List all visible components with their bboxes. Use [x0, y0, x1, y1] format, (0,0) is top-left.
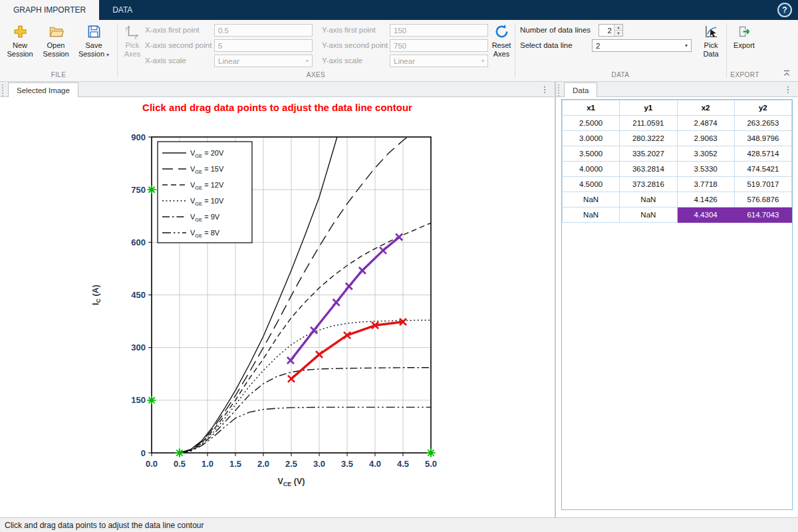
panel-grip-icon[interactable]	[558, 84, 559, 96]
table-cell[interactable]: 4.4304	[677, 207, 734, 223]
column-header[interactable]: x2	[677, 100, 734, 116]
open-session-label-2: Session	[43, 50, 68, 59]
table-cell[interactable]: NaN	[563, 192, 620, 207]
section-separator	[515, 23, 515, 78]
x-second-field[interactable]: 5	[214, 39, 313, 52]
export-label: Export	[733, 41, 755, 50]
spinner-up-icon[interactable]: ▲	[614, 25, 622, 30]
table-cell[interactable]: 3.5000	[563, 146, 620, 162]
data-table-container: x1y1x2y22.5000211.05912.4874263.26533.00…	[561, 99, 793, 510]
table-row: 2.5000211.05912.4874263.2653	[563, 116, 792, 131]
x-tick-label: 1.5	[229, 459, 241, 469]
data-panel-header: Data ⋮	[556, 82, 798, 97]
dropdown-caret-icon: ▾	[306, 58, 309, 64]
help-button[interactable]: ?	[777, 3, 792, 17]
open-session-label-1: Open	[47, 41, 65, 50]
table-cell[interactable]: 428.5714	[734, 146, 791, 162]
status-text: Click and drag data points to adjust the…	[5, 521, 204, 530]
file-section-label: FILE	[0, 71, 117, 78]
column-header[interactable]: x1	[563, 100, 620, 116]
data-table[interactable]: x1y1x2y22.5000211.05912.4874263.26533.00…	[562, 100, 792, 223]
y-scale-dropdown[interactable]: Linear▾	[390, 55, 488, 67]
tab-selected-image[interactable]: Selected Image	[8, 82, 78, 97]
x-tick-label: 2.0	[257, 459, 269, 469]
table-cell[interactable]: 280.3222	[620, 131, 677, 146]
x-tick-label: 3.0	[313, 459, 325, 469]
table-cell[interactable]: NaN	[620, 192, 677, 207]
table-cell[interactable]: 263.2653	[734, 116, 791, 131]
pick-axes-label-2: Axes	[124, 50, 140, 59]
table-cell[interactable]: 4.1426	[677, 192, 734, 207]
table-cell[interactable]: 4.0000	[563, 162, 620, 177]
table-cell[interactable]: 348.9796	[734, 131, 791, 146]
table-cell[interactable]: 3.3052	[677, 146, 734, 162]
document-area: Selected Image ⋮ Click and drag data poi…	[0, 82, 798, 517]
y-first-field[interactable]: 150	[390, 24, 488, 37]
table-cell[interactable]: 576.6876	[734, 192, 791, 207]
table-cell[interactable]: 614.7043	[734, 207, 791, 223]
table-cell[interactable]: 4.5000	[563, 177, 620, 192]
spinner-down-icon[interactable]: ▼	[614, 30, 622, 36]
column-header[interactable]: y2	[734, 100, 791, 116]
save-session-button[interactable]: Save Session ▾	[74, 23, 113, 59]
table-cell[interactable]: 2.4874	[677, 116, 734, 131]
calibration-marker[interactable]	[148, 186, 156, 194]
x-first-field[interactable]: 0.5	[214, 24, 313, 37]
new-session-button[interactable]: New Session	[3, 23, 37, 59]
export-button[interactable]: Export	[729, 23, 759, 50]
tab-data[interactable]: DATA	[99, 0, 146, 20]
x-scale-label: X-axis scale	[145, 55, 186, 67]
pick-data-button[interactable]: Pick Data	[698, 23, 724, 59]
data-line-2[interactable]	[287, 234, 402, 364]
pick-axes-label-1: Pick	[126, 41, 140, 50]
y-second-field[interactable]: 750	[390, 39, 488, 52]
table-cell[interactable]: 519.7017	[734, 177, 791, 192]
y-tick-label: 150	[131, 395, 146, 405]
pick-axes-button[interactable]: y x Pick Axes	[120, 23, 145, 59]
table-cell[interactable]: NaN	[563, 207, 620, 223]
select-data-line-combo[interactable]: 2 ▾	[592, 39, 692, 52]
tab-data-panel[interactable]: Data	[564, 82, 597, 97]
panel-menu-icon[interactable]: ⋮	[539, 83, 551, 96]
data-panel: Data ⋮ x1y1x2y22.5000211.05912.4874263.2…	[556, 82, 798, 517]
table-cell[interactable]: 3.5330	[677, 162, 734, 177]
reset-axes-button[interactable]: Reset Axes	[489, 23, 513, 59]
x-second-value: 5	[218, 42, 222, 50]
panel-menu-icon[interactable]: ⋮	[782, 83, 794, 96]
table-cell[interactable]: 2.5000	[563, 116, 620, 131]
table-row: 3.0000280.32222.9063348.9796	[563, 131, 792, 146]
x-tick-label: 4.5	[397, 459, 409, 469]
table-cell[interactable]: 363.2814	[620, 162, 677, 177]
y-tick-label: 900	[131, 132, 146, 142]
dropdown-caret-icon: ▾	[481, 58, 484, 64]
table-cell[interactable]: NaN	[620, 207, 677, 223]
calibration-marker[interactable]	[176, 449, 184, 458]
pick-data-icon	[702, 23, 720, 40]
chart-canvas[interactable]: 0.00.51.01.52.02.53.03.54.04.55.00150300…	[80, 115, 473, 506]
open-session-button[interactable]: Open Session	[39, 23, 73, 59]
x-tick-label: 2.5	[285, 459, 297, 469]
calibration-marker[interactable]	[148, 396, 156, 404]
collapse-ribbon-icon[interactable]	[781, 68, 792, 78]
x-scale-dropdown[interactable]: Linear▾	[214, 55, 313, 67]
pick-data-label-1: Pick	[704, 41, 718, 50]
panel-grip-icon[interactable]	[2, 84, 3, 96]
table-cell[interactable]: 474.5421	[734, 162, 791, 177]
save-disk-icon	[85, 23, 102, 40]
combo-dropdown-caret-icon[interactable]: ▾	[685, 43, 688, 49]
save-session-label-2: Session ▾	[78, 50, 109, 59]
column-header[interactable]: y1	[620, 100, 677, 116]
table-cell[interactable]: 3.0000	[563, 131, 620, 146]
calibration-marker[interactable]	[427, 449, 436, 458]
table-cell[interactable]: 373.2816	[620, 177, 677, 192]
table-cell[interactable]: 2.9063	[677, 131, 734, 146]
save-dropdown-caret-icon[interactable]: ▾	[106, 52, 109, 58]
x-tick-label: 4.0	[369, 459, 381, 469]
num-lines-spinner[interactable]: 2 ▲ ▼	[598, 24, 623, 37]
tab-graph-importer[interactable]: GRAPH IMPORTER	[0, 0, 99, 20]
instruction-text: Click and drag data points to adjust the…	[0, 102, 555, 113]
curve-vge-9v	[180, 368, 431, 453]
table-cell[interactable]: 211.0591	[620, 116, 677, 131]
table-cell[interactable]: 3.7718	[677, 177, 734, 192]
table-cell[interactable]: 335.2027	[620, 146, 677, 162]
